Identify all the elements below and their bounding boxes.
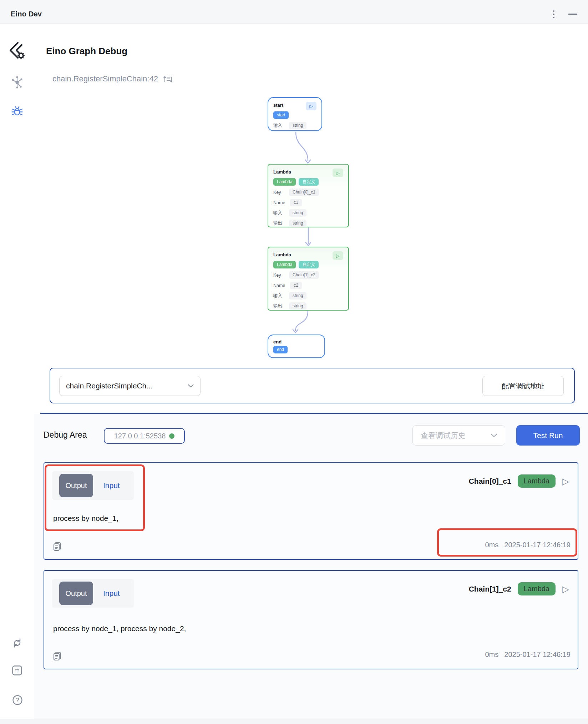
node-title: Lambda	[273, 169, 291, 175]
run-node-icon[interactable]: ▷	[333, 251, 343, 260]
refresh-icon[interactable]	[12, 638, 22, 648]
field-value: string	[289, 220, 306, 227]
result-card-c2: Output Input Chain[1]_c2 Lambda ▷ proces…	[44, 570, 578, 669]
output-input-tabs: Output Input	[52, 471, 134, 500]
field-value: c2	[290, 282, 302, 289]
tab-output[interactable]: Output	[59, 474, 93, 497]
app-window: Eino Dev	[0, 0, 588, 724]
field-value: string	[289, 209, 306, 217]
field-value: string	[289, 122, 306, 129]
output-input-tabs: Output Input	[52, 579, 134, 608]
node-type-tag: start	[273, 111, 289, 119]
duration-label: 0ms	[485, 650, 498, 659]
copy-icon[interactable]	[52, 650, 62, 662]
chain-select-value: chain.RegisterSimpleCh...	[66, 382, 153, 390]
section-divider	[40, 413, 588, 414]
graph-node-end[interactable]: end end	[268, 335, 325, 358]
debug-history-select[interactable]: 查看调试历史	[412, 425, 505, 446]
field-value: string	[289, 292, 306, 300]
node-type-badge: Lambda	[518, 582, 556, 595]
node-title: Lambda	[273, 251, 291, 257]
run-node-icon[interactable]: ▷	[333, 169, 343, 177]
timestamp-label: 2025-01-17 12:46:19	[504, 541, 571, 549]
debug-address: 127.0.0.1:52538	[114, 432, 166, 440]
title-bar: Eino Dev	[0, 0, 588, 24]
node-type-tag: Lambda	[273, 178, 296, 186]
chevron-down-icon	[188, 384, 194, 388]
field-value: Chain[0]_c1	[289, 188, 319, 196]
result-text: process by node_1,	[53, 514, 118, 523]
field-label: Name	[273, 200, 285, 205]
svg-text:中: 中	[15, 668, 20, 674]
custom-tag: 自定义	[299, 261, 319, 268]
field-value: string	[289, 302, 306, 310]
debug-history-placeholder: 查看调试历史	[421, 431, 466, 441]
result-card-c1: Output Input Chain[0]_c1 Lambda ▷ proces…	[44, 462, 578, 560]
more-menu-icon[interactable]	[552, 9, 556, 20]
field-value: c1	[290, 199, 302, 206]
chain-select[interactable]: chain.RegisterSimpleCh...	[59, 376, 201, 396]
field-label: 输入	[273, 210, 284, 216]
help-icon[interactable]: ?	[12, 695, 23, 705]
field-label: 输入	[273, 122, 284, 129]
field-label: 输出	[273, 303, 284, 309]
sort-lines-icon[interactable]	[163, 75, 172, 83]
svg-text:?: ?	[16, 697, 19, 703]
debug-nav-icon[interactable]	[11, 104, 23, 118]
minimize-icon[interactable]	[568, 14, 577, 15]
graph-node-lambda-c2[interactable]: Lambda ▷ Lambda 自定义 KeyChain[1]_c2 Namec…	[268, 247, 349, 311]
copy-icon[interactable]	[52, 541, 62, 552]
graph-nav-icon[interactable]	[11, 76, 23, 89]
field-label: 输出	[273, 220, 284, 226]
configure-debug-address-button[interactable]: 配置调试地址	[482, 376, 564, 396]
custom-tag: 自定义	[299, 178, 319, 186]
tab-input[interactable]: Input	[103, 589, 120, 598]
eino-logo-icon	[8, 41, 26, 60]
chevron-down-icon	[491, 434, 497, 437]
tab-output[interactable]: Output	[59, 582, 93, 605]
debug-address-badge: 127.0.0.1:52538	[104, 428, 185, 444]
field-label: Name	[273, 283, 285, 288]
tab-input[interactable]: Input	[103, 481, 120, 490]
connection-status-dot	[169, 433, 174, 439]
field-label: Key	[273, 190, 284, 195]
chain-location-label: chain.RegisterSimpleChain:42	[52, 74, 158, 84]
node-type-tag: Lambda	[273, 261, 296, 268]
app-title: Eino Dev	[11, 10, 42, 18]
node-type-tag: end	[273, 346, 288, 353]
language-toggle-icon[interactable]: 中	[12, 665, 22, 676]
run-node-icon[interactable]: ▷	[306, 102, 316, 110]
window-bottom-edge	[0, 719, 588, 724]
node-title: start	[273, 102, 283, 108]
page-title: Eino Graph Debug	[46, 46, 127, 57]
graph-node-lambda-c1[interactable]: Lambda ▷ Lambda 自定义 KeyChain[0]_c1 Namec…	[268, 164, 349, 227]
graph-node-start[interactable]: start ▷ start 输入 string	[268, 97, 322, 131]
node-key-label: Chain[1]_c2	[469, 585, 511, 593]
result-text: process by node_1, process by node_2,	[53, 624, 186, 633]
replay-node-icon[interactable]: ▷	[562, 584, 569, 594]
timestamp-label: 2025-01-17 12:46:19	[504, 650, 571, 659]
field-value: Chain[1]_c2	[289, 271, 319, 279]
debug-section-background	[34, 414, 588, 719]
breadcrumb: chain.RegisterSimpleChain:42	[52, 74, 172, 84]
replay-node-icon[interactable]: ▷	[562, 477, 569, 486]
test-run-button[interactable]: Test Run	[516, 425, 580, 446]
chain-selector-panel: chain.RegisterSimpleCh... 配置调试地址	[50, 368, 575, 403]
graph-edges	[250, 93, 364, 371]
duration-label: 0ms	[485, 541, 498, 549]
debug-area-title: Debug Area	[44, 430, 87, 440]
node-title: end	[273, 338, 319, 345]
node-type-badge: Lambda	[518, 474, 556, 488]
field-label: 输入	[273, 293, 284, 299]
node-key-label: Chain[0]_c1	[469, 477, 511, 486]
field-label: Key	[273, 273, 284, 278]
